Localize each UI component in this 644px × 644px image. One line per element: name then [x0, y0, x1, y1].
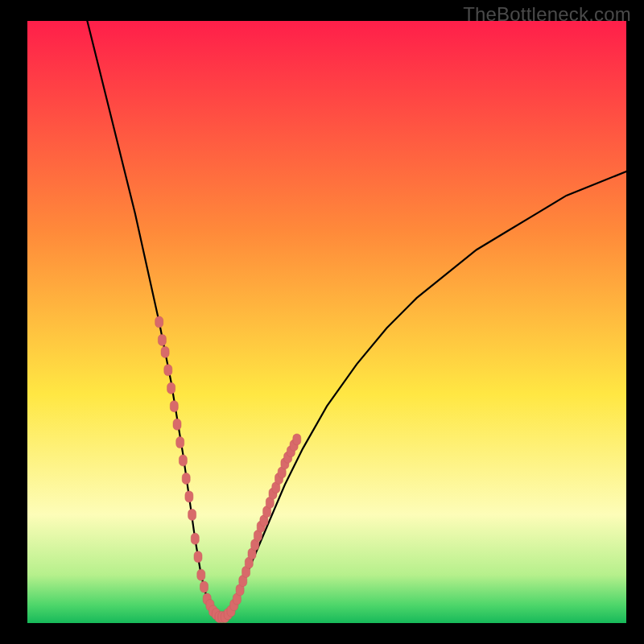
data-point — [167, 382, 175, 394]
outer-frame: TheBottleneck.com — [0, 0, 644, 644]
data-point — [155, 316, 163, 328]
data-point — [194, 551, 202, 563]
data-point — [182, 473, 190, 485]
data-point — [185, 491, 193, 502]
data-point — [188, 509, 196, 520]
data-point — [176, 437, 184, 448]
chart-plot-area — [27, 21, 626, 623]
data-point — [161, 346, 169, 357]
data-point — [197, 569, 205, 580]
watermark-text: TheBottleneck.com — [463, 3, 631, 26]
data-point — [164, 365, 172, 376]
data-point — [293, 434, 301, 445]
data-point — [191, 533, 199, 544]
data-point — [173, 419, 181, 430]
data-point — [158, 334, 166, 345]
chart-svg — [27, 21, 626, 623]
gradient-background — [27, 21, 626, 623]
data-point — [179, 455, 187, 466]
data-point — [170, 401, 178, 412]
data-point — [200, 581, 208, 592]
